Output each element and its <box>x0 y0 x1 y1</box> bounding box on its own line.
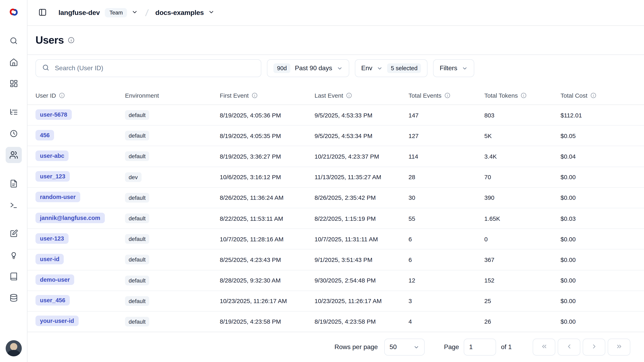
first-event-cell: 8/26/2025, 11:36:24 AM <box>220 194 314 201</box>
breadcrumb-separator: / <box>145 7 149 18</box>
environment-badge: default <box>125 213 149 223</box>
sidebar-item-tracing[interactable] <box>6 104 22 120</box>
total-tokens-cell: 26 <box>484 318 560 325</box>
users-icon <box>9 151 18 159</box>
user-id-badge[interactable]: user-id <box>36 254 64 264</box>
user-id-badge[interactable]: jannik@langfuse.com <box>36 212 105 223</box>
total-cost-cell: $0.00 <box>560 318 636 325</box>
table-row[interactable]: user_456default10/23/2025, 11:26:17 AM10… <box>28 291 644 311</box>
rows-per-page-value: 50 <box>390 343 397 351</box>
environment-filter[interactable]: Env 5 selected <box>355 59 428 77</box>
table-row[interactable]: user-abcdefault8/19/2025, 3:36:27 PM10/2… <box>28 146 644 167</box>
sidebar-item-sessions[interactable] <box>6 126 22 142</box>
sidebar-item-evaluations[interactable] <box>6 226 22 242</box>
previous-page-button[interactable] <box>558 338 580 355</box>
column-header-last-event[interactable]: Last Event <box>314 92 408 99</box>
filters-button[interactable]: Filters <box>433 59 474 77</box>
project-name[interactable]: docs-examples <box>155 9 204 17</box>
org-switcher-chevron[interactable] <box>131 8 139 18</box>
time-range-badge: 90d <box>274 63 290 73</box>
user-id-badge[interactable]: user-abc <box>36 151 69 161</box>
next-page-button[interactable] <box>583 338 605 355</box>
org-name[interactable]: langfuse-dev <box>58 9 100 17</box>
search-icon <box>9 36 18 45</box>
user-id-badge[interactable]: demo-user <box>36 274 74 285</box>
table-row[interactable]: 456default8/19/2025, 4:05:35 PM9/5/2025,… <box>28 126 644 146</box>
total-cost-cell: $0.00 <box>560 235 636 242</box>
user-id-badge[interactable]: random-user <box>36 192 80 202</box>
environment-badge: default <box>125 131 149 141</box>
column-info-icon[interactable] <box>590 92 596 98</box>
project-switcher-chevron[interactable] <box>208 8 216 18</box>
total-events-cell: 30 <box>408 194 484 201</box>
total-events-cell: 3 <box>408 298 484 304</box>
chevrons-left-icon <box>540 343 548 351</box>
environment-badge: default <box>125 110 149 120</box>
sidebar-item-annotation-queues[interactable] <box>6 268 22 284</box>
sidebar-item-llm-as-a-judge[interactable] <box>6 247 22 263</box>
column-header-total-cost[interactable]: Total Cost <box>560 92 636 99</box>
table-row[interactable]: your-user-iddefault8/19/2025, 4:23:58 PM… <box>28 311 644 332</box>
user-avatar[interactable] <box>6 340 22 356</box>
user-id-badge[interactable]: your-user-id <box>36 316 78 326</box>
sidebar-item-home[interactable] <box>6 54 22 70</box>
page-number-input[interactable] <box>464 338 496 355</box>
column-header-environment[interactable]: Environment <box>125 92 220 99</box>
first-event-cell: 8/25/2025, 4:23:43 PM <box>220 256 314 263</box>
env-selected-badge: 5 selected <box>387 63 421 73</box>
table-row[interactable]: user-iddefault8/25/2025, 4:23:43 PM9/1/2… <box>28 250 644 270</box>
total-events-cell: 4 <box>408 318 484 325</box>
table-row[interactable]: user_123dev10/6/2025, 3:16:12 PM11/13/20… <box>28 167 644 187</box>
sidebar-item-dashboards[interactable] <box>6 76 22 92</box>
total-tokens-cell: 70 <box>484 174 560 180</box>
page-info-icon[interactable] <box>68 37 75 44</box>
sidebar-item-users[interactable] <box>6 147 22 163</box>
column-header-user-id[interactable]: User ID <box>36 92 125 99</box>
user-id-badge[interactable]: user-5678 <box>36 109 72 120</box>
sidebar-item-datasets[interactable] <box>6 290 22 306</box>
sidebar-item-prompts[interactable] <box>6 176 22 192</box>
column-header-total-tokens[interactable]: Total Tokens <box>484 92 560 99</box>
table-row[interactable]: user-5678default8/19/2025, 4:05:36 PM9/5… <box>28 105 644 126</box>
total-cost-cell: $0.04 <box>560 153 636 160</box>
time-range-select[interactable]: 90d Past 90 days <box>267 59 349 77</box>
avatar-silhouette <box>10 343 17 350</box>
pager-buttons <box>533 338 630 355</box>
sidebar-item-search[interactable] <box>6 33 22 49</box>
langfuse-logo-icon <box>8 6 19 19</box>
table-row[interactable]: user-123default10/7/2025, 11:28:16 AM10/… <box>28 229 644 249</box>
search-input[interactable] <box>54 64 255 72</box>
table-row[interactable]: random-userdefault8/26/2025, 11:36:24 AM… <box>28 188 644 208</box>
column-header-first-event[interactable]: First Event <box>220 92 314 99</box>
column-info-icon[interactable] <box>252 92 258 98</box>
last-page-button[interactable] <box>608 338 630 355</box>
chevron-down-icon <box>377 65 383 71</box>
first-page-button[interactable] <box>533 338 555 355</box>
column-info-icon[interactable] <box>444 92 450 98</box>
last-event-cell: 10/21/2025, 4:23:37 PM <box>314 153 408 160</box>
sidebar-item-playground[interactable] <box>6 197 22 213</box>
table-body: user-5678default8/19/2025, 4:05:36 PM9/5… <box>28 105 644 332</box>
user-id-badge[interactable]: 456 <box>36 130 54 140</box>
user-id-badge[interactable]: user_456 <box>36 295 70 306</box>
datasets-icon <box>9 293 18 302</box>
column-header-total-events[interactable]: Total Events <box>408 92 484 99</box>
total-events-cell: 127 <box>408 132 484 139</box>
column-info-icon[interactable] <box>346 92 352 98</box>
user-id-badge[interactable]: user-123 <box>36 233 68 244</box>
sidebar-nav <box>6 26 22 306</box>
langfuse-logo[interactable] <box>8 0 19 26</box>
app: langfuse-dev Team / docs-examples Users <box>0 0 644 362</box>
sidebar-toggle-button[interactable] <box>36 6 49 20</box>
environment-badge: default <box>125 317 149 326</box>
main-panel: langfuse-dev Team / docs-examples Users <box>28 0 644 362</box>
column-info-icon[interactable] <box>520 92 527 98</box>
column-info-icon[interactable] <box>59 92 65 98</box>
table-row[interactable]: demo-userdefault8/28/2025, 9:32:30 AM9/3… <box>28 270 644 291</box>
user-id-badge[interactable]: user_123 <box>36 171 70 182</box>
last-event-cell: 8/19/2025, 4:23:58 PM <box>314 318 408 325</box>
rows-per-page-select[interactable]: 50 <box>384 338 425 355</box>
table-row[interactable]: jannik@langfuse.comdefault8/22/2025, 11:… <box>28 208 644 229</box>
total-tokens-cell: 367 <box>484 256 560 263</box>
total-tokens-cell: 152 <box>484 277 560 284</box>
